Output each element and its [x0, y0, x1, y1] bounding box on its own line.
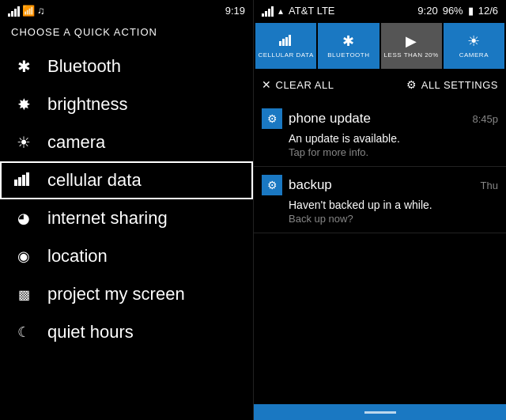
tile-battery-label: LESS THAN 20% — [384, 52, 439, 59]
menu-label-quiet: quiet hours — [47, 322, 134, 342]
notifications-list: ⚙ phone update 8:45p An update is availa… — [254, 97, 506, 404]
svg-rect-2 — [22, 175, 25, 186]
notif-header-backup: ⚙ backup Thu — [262, 175, 498, 195]
menu-item-brightness[interactable]: ✸ brightness — [0, 85, 253, 123]
tile-camera[interactable]: ☀ CAMERA — [444, 23, 504, 69]
right-panel: ▴ AT&T LTE 9:20 96% ▮ 12/6 CELLULAR DATA — [253, 0, 506, 420]
svg-rect-3 — [26, 172, 29, 186]
menu-label-bluetooth: Bluetooth — [47, 56, 121, 77]
notif-app-name-phone-update: phone update — [289, 111, 466, 127]
svg-rect-0 — [14, 180, 17, 186]
menu-item-project-screen[interactable]: ▩ project my screen — [0, 275, 253, 313]
notif-phone-update-icon: ⚙ — [262, 108, 282, 129]
menu-item-quiet-hours[interactable]: ☾ quiet hours — [0, 313, 253, 351]
internet-sharing-icon: ◕ — [13, 210, 35, 227]
right-status-left: ▴ AT&T LTE — [262, 5, 335, 17]
notif-message-backup: Haven't backed up in a while. — [262, 199, 498, 211]
right-bottom-bar — [254, 404, 506, 420]
menu-item-bluetooth[interactable]: ✱ Bluetooth — [0, 47, 253, 85]
quiet-hours-icon: ☾ — [13, 324, 35, 341]
right-status-right: 9:20 96% ▮ 12/6 — [417, 5, 498, 17]
tile-bluetooth[interactable]: ✱ BLUETOOTH — [318, 23, 379, 69]
all-settings-button[interactable]: ⚙ ALL SETTINGS — [406, 78, 498, 91]
notif-sub-backup: Back up now? — [262, 213, 498, 225]
bluetooth-icon: ✱ — [13, 57, 35, 76]
tile-cellular-label: CELLULAR DATA — [259, 52, 314, 59]
tile-cellular-icon — [279, 33, 293, 50]
menu-item-cellular-data[interactable]: cellular data — [0, 161, 253, 199]
action-bar: ✕ CLEAR ALL ⚙ ALL SETTINGS — [254, 72, 506, 97]
tile-battery-icon: ▶ — [406, 32, 417, 50]
tile-bluetooth-label: BLUETOOTH — [327, 52, 369, 59]
sound-icon: ♫ — [37, 5, 45, 17]
svg-rect-5 — [282, 39, 285, 46]
carrier-text: AT&T LTE — [289, 5, 335, 17]
left-status-icons: 📶 ♫ — [8, 5, 45, 17]
svg-rect-1 — [18, 177, 21, 186]
right-time: 9:20 — [417, 5, 437, 17]
project-screen-icon: ▩ — [13, 287, 35, 302]
menu-label-camera: camera — [47, 132, 105, 153]
clear-all-button[interactable]: ✕ CLEAR ALL — [262, 78, 334, 91]
bottom-indicator — [364, 411, 396, 414]
clear-all-icon: ✕ — [262, 78, 272, 91]
settings-icon: ⚙ — [406, 78, 417, 91]
notif-backup-icon: ⚙ — [262, 175, 282, 195]
left-time: 9:19 — [225, 5, 245, 17]
tile-cellular-data[interactable]: CELLULAR DATA — [255, 23, 316, 69]
menu-label-brightness: brightness — [47, 94, 128, 115]
cellular-data-icon — [13, 172, 35, 190]
left-status-bar: 📶 ♫ 9:19 — [0, 0, 253, 20]
right-status-bar: ▴ AT&T LTE 9:20 96% ▮ 12/6 — [254, 0, 506, 20]
notif-sub-phone-update: Tap for more info. — [262, 146, 498, 158]
svg-rect-4 — [279, 41, 281, 46]
svg-rect-6 — [285, 37, 288, 46]
notification-backup[interactable]: ⚙ backup Thu Haven't backed up in a whil… — [254, 167, 506, 233]
menu-label-project: project my screen — [47, 284, 185, 305]
notif-time-phone-update: 8:45p — [472, 113, 498, 125]
notif-message-phone-update: An update is available. — [262, 132, 498, 145]
quick-tiles: CELLULAR DATA ✱ BLUETOOTH ▶ LESS THAN 20… — [254, 20, 506, 72]
menu-label-internet-sharing: internet sharing — [47, 208, 168, 229]
menu-item-location[interactable]: ◉ location — [0, 237, 253, 275]
battery-icon: ▮ — [468, 5, 474, 17]
notif-app-name-backup: backup — [289, 177, 474, 193]
notification-phone-update[interactable]: ⚙ phone update 8:45p An update is availa… — [254, 100, 506, 167]
left-panel: 📶 ♫ 9:19 CHOOSE A QUICK ACTION ✱ Bluetoo… — [0, 0, 253, 420]
wifi-icon: 📶 — [22, 5, 35, 17]
tile-camera-label: CAMERA — [459, 52, 489, 59]
tile-camera-icon: ☀ — [467, 32, 480, 50]
left-panel-title: CHOOSE A QUICK ACTION — [0, 20, 253, 47]
menu-label-cellular: cellular data — [47, 170, 142, 191]
battery-level: 96% — [443, 5, 463, 17]
tile-bluetooth-icon: ✱ — [342, 32, 354, 50]
menu-item-internet-sharing[interactable]: ◕ internet sharing — [0, 199, 253, 237]
menu-label-location: location — [47, 246, 108, 267]
location-icon: ◉ — [13, 248, 35, 265]
tile-battery-saver[interactable]: ▶ LESS THAN 20% — [381, 23, 442, 69]
camera-icon: ☀ — [13, 133, 35, 152]
date-text: 12/6 — [478, 5, 498, 17]
svg-rect-7 — [289, 35, 291, 46]
right-signal-bars-icon — [262, 6, 274, 17]
signal-bars-icon — [8, 6, 20, 17]
all-settings-label: ALL SETTINGS — [421, 79, 498, 91]
notif-time-backup: Thu — [481, 180, 498, 191]
brightness-icon: ✸ — [13, 95, 35, 114]
wifi-right-icon: ▴ — [278, 6, 283, 17]
menu-item-camera[interactable]: ☀ camera — [0, 123, 253, 161]
notif-header-phone-update: ⚙ phone update 8:45p — [262, 108, 498, 129]
quick-action-list: ✱ Bluetooth ✸ brightness ☀ camera cellul… — [0, 47, 253, 420]
clear-all-label: CLEAR ALL — [276, 79, 334, 91]
